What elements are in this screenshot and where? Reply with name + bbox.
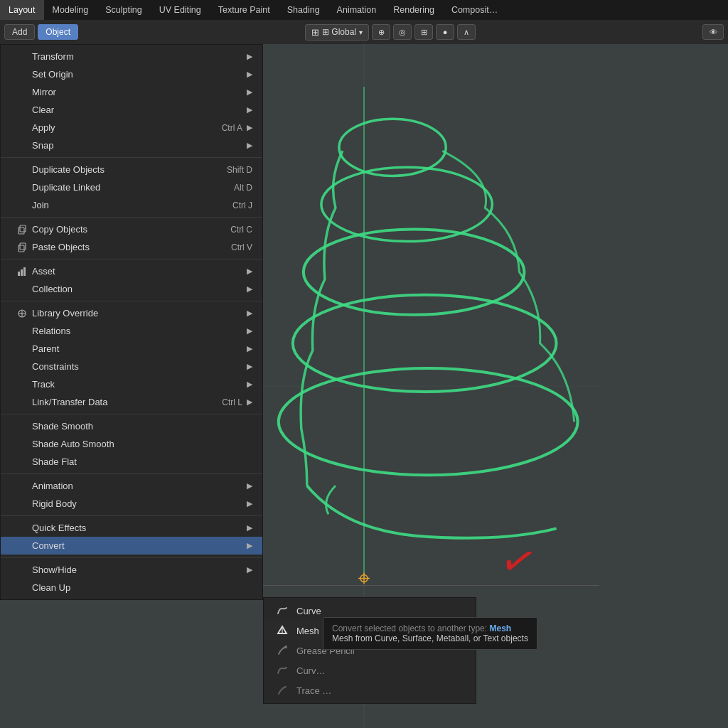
menu-duplicate-objects[interactable]: Duplicate Objects Shift D (1, 161, 262, 178)
separator-8 (1, 557, 262, 558)
menu-set-origin[interactable]: Set Origin ▶ (1, 65, 262, 83)
circle-icon-btn[interactable]: ● (436, 24, 454, 40)
menu-mirror[interactable]: Mirror ▶ (1, 83, 262, 101)
global-dropdown[interactable]: ⊞ ⊞ Global ▾ (305, 24, 369, 41)
menu-show-hide-label: Show/Hide (32, 564, 77, 575)
gp-submenu-icon (274, 645, 291, 656)
svg-point-26 (284, 646, 287, 648)
menu-clear-label: Clear (32, 105, 54, 115)
nav-animation[interactable]: Animation (328, 0, 385, 20)
separator-2 (1, 217, 262, 218)
arrow-icon: ▶ (247, 123, 252, 132)
menu-duplicate-objects-label: Duplicate Objects (32, 164, 105, 175)
svg-rect-19 (23, 267, 26, 276)
arrow-icon: ▶ (247, 397, 252, 407)
nav-sculpting[interactable]: Sculpting (97, 0, 150, 20)
separator-7 (1, 515, 262, 516)
tooltip-box: Convert selected objects to another type… (323, 617, 537, 650)
nav-uv-editing[interactable]: UV Editing (151, 0, 210, 20)
link-icon-btn[interactable]: ⊕ (372, 24, 390, 40)
menu-copy-objects[interactable]: Copy Objects Ctrl C (1, 220, 262, 238)
menu-transform[interactable]: Transform ▶ (1, 48, 262, 65)
menu-snap[interactable]: Snap ▶ (1, 136, 262, 154)
add-button[interactable]: Add (4, 24, 35, 40)
menu-quick-effects[interactable]: Quick Effects ▶ (1, 519, 262, 537)
arrow-icon: ▶ (247, 70, 252, 79)
menu-track-label: Track (32, 379, 55, 390)
separator-3 (1, 259, 262, 259)
menu-shade-flat[interactable]: Shade Flat (1, 453, 262, 471)
arrow-icon: ▶ (247, 267, 252, 276)
nav-rendering[interactable]: Rendering (385, 0, 443, 20)
menu-transform-label: Transform (32, 51, 74, 62)
menu-rigid-body[interactable]: Rigid Body ▶ (1, 495, 262, 513)
eye-icon-btn[interactable]: 👁 (702, 24, 724, 40)
menu-asset[interactable]: Asset ▶ (1, 262, 262, 280)
submenu-curve2[interactable]: Curv… (264, 660, 476, 680)
apply-shortcut: Ctrl A (222, 123, 242, 133)
arrow-icon: ▶ (247, 141, 252, 150)
menu-apply-label: Apply (32, 122, 55, 133)
menu-parent[interactable]: Parent ▶ (1, 340, 262, 358)
menu-convert[interactable]: Convert ▶ (1, 537, 262, 555)
arrow-icon: ▶ (247, 362, 252, 371)
menu-relations[interactable]: Relations ▶ (1, 322, 262, 340)
menu-constraints[interactable]: Constraints ▶ (1, 358, 262, 375)
arrow-icon: ▶ (247, 499, 252, 508)
menu-link-transfer-label: Link/Transfer Data (32, 397, 107, 407)
arrow-icon: ▶ (247, 541, 252, 550)
paste-shortcut: Ctrl V (231, 242, 252, 252)
menu-shade-auto-smooth-label: Shade Auto Smooth (32, 439, 114, 449)
menu-paste-objects[interactable]: Paste Objects Ctrl V (1, 238, 262, 256)
magnet-icon-btn[interactable]: ◎ (393, 24, 412, 40)
menu-shade-flat-label: Shade Flat (32, 456, 77, 467)
menu-link-transfer[interactable]: Link/Transfer Data Ctrl L ▶ (1, 393, 262, 411)
menu-apply[interactable]: Apply Ctrl A ▶ (1, 119, 262, 136)
menu-copy-objects-label: Copy Objects (32, 224, 87, 235)
menu-join[interactable]: Join Ctrl J (1, 196, 262, 214)
menu-library-override[interactable]: Library Override ▶ (1, 304, 262, 322)
separator-1 (1, 157, 262, 158)
submenu-curve2-label: Curv… (296, 665, 325, 676)
submenu-curve-label: Curve (296, 606, 321, 616)
menu-constraints-label: Constraints (32, 361, 79, 372)
curve2-submenu-icon (274, 665, 291, 676)
object-button[interactable]: Object (38, 24, 78, 40)
arrow-icon: ▶ (247, 52, 252, 61)
menu-clear[interactable]: Clear ▶ (1, 101, 262, 119)
trace-submenu-icon (274, 685, 291, 696)
menu-clean-up-label: Clean Up (32, 582, 70, 593)
menu-clean-up[interactable]: Clean Up (1, 579, 262, 596)
menu-shade-smooth[interactable]: Shade Smooth (1, 417, 262, 435)
svg-rect-13 (18, 228, 24, 234)
menu-library-override-label: Library Override (32, 308, 98, 318)
tooltip-prefix: Convert selected objects to another type… (332, 623, 489, 633)
menu-asset-label: Asset (32, 266, 55, 277)
menu-duplicate-linked[interactable]: Duplicate Linked Alt D (1, 178, 262, 196)
menu-show-hide[interactable]: Show/Hide ▶ (1, 561, 262, 579)
menu-collection[interactable]: Collection ▶ (1, 280, 262, 298)
menu-shade-auto-smooth[interactable]: Shade Auto Smooth (1, 435, 262, 453)
library-icon (15, 309, 29, 318)
menu-track[interactable]: Track ▶ (1, 375, 262, 393)
chevron-down-icon: ▾ (359, 28, 363, 36)
header-bar: Add Object ⊞ ⊞ Global ▾ ⊕ ◎ ⊞ ● ∧ 👁 (0, 20, 728, 44)
nav-compositing[interactable]: Composit… (443, 0, 506, 20)
link-shortcut: Ctrl L (222, 397, 242, 407)
nav-shading[interactable]: Shading (279, 0, 328, 20)
nav-layout[interactable]: Layout (0, 0, 44, 20)
submenu-trace[interactable]: Trace … (264, 680, 476, 700)
arrow-icon: ▶ (247, 565, 252, 574)
arrow-icon: ▶ (247, 344, 252, 353)
nav-texture-paint[interactable]: Texture Paint (210, 0, 279, 20)
menu-set-origin-label: Set Origin (32, 69, 73, 80)
grid-icon-btn[interactable]: ⊞ (414, 24, 433, 40)
nav-modeling[interactable]: Modeling (44, 0, 97, 20)
svg-rect-17 (18, 272, 20, 276)
separator-4 (1, 301, 262, 301)
arrow-icon: ▶ (247, 284, 252, 294)
arrow-icon: ▶ (247, 380, 252, 389)
separator-6 (1, 473, 262, 474)
menu-animation[interactable]: Animation ▶ (1, 477, 262, 495)
curve-icon-btn[interactable]: ∧ (457, 24, 476, 40)
